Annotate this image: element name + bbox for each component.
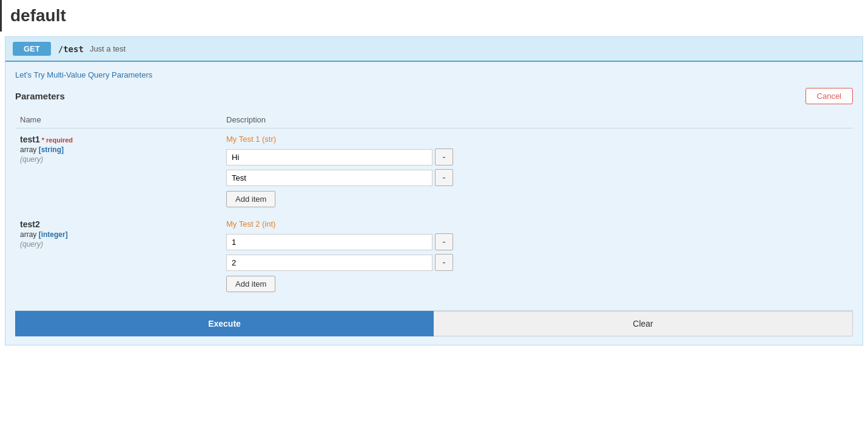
clear-button[interactable]: Clear xyxy=(434,311,853,336)
param-location: (query) xyxy=(20,155,217,164)
method-badge: GET xyxy=(13,42,51,56)
param-name: test1 * required xyxy=(20,135,217,144)
params-table: Name Description test1 * requiredarray [… xyxy=(15,112,853,298)
add-item-button[interactable]: Add item xyxy=(226,191,275,207)
name-col-header: Name xyxy=(15,112,221,128)
param-desc-title: My Test 2 (int) xyxy=(226,219,848,229)
footer-actions: Execute Clear xyxy=(15,310,853,336)
param-name: test2 xyxy=(20,219,217,229)
table-row: test2array [integer](query)My Test 2 (in… xyxy=(15,213,853,298)
add-item-button[interactable]: Add item xyxy=(226,276,275,292)
api-body: Let's Try Multi-Value Query Parameters P… xyxy=(5,62,863,345)
try-label: Let's Try Multi-Value Query Parameters xyxy=(15,70,853,79)
description-col-header: Description xyxy=(221,112,853,128)
param-required-label: * required xyxy=(40,136,73,144)
param-description-cell: My Test 1 (str)--Add item xyxy=(221,128,853,214)
remove-item-button[interactable]: - xyxy=(435,254,453,271)
remove-item-button[interactable]: - xyxy=(435,148,453,165)
input-row: - xyxy=(226,148,848,165)
params-title: Parameters xyxy=(15,91,65,101)
param-input[interactable] xyxy=(226,234,432,250)
params-header: Parameters Cancel xyxy=(15,88,853,104)
api-description: Just a test xyxy=(90,44,126,53)
execute-button[interactable]: Execute xyxy=(15,311,434,336)
table-row: test1 * requiredarray [string](query)My … xyxy=(15,128,853,214)
param-input[interactable] xyxy=(226,170,432,186)
param-type: array [string] xyxy=(20,145,217,154)
param-desc-title: My Test 1 (str) xyxy=(226,135,848,144)
page-title: default xyxy=(0,0,868,32)
param-input[interactable] xyxy=(226,255,432,271)
input-row: - xyxy=(226,233,848,250)
cancel-button[interactable]: Cancel xyxy=(806,88,853,104)
remove-item-button[interactable]: - xyxy=(435,233,453,250)
api-header: GET /test Just a test xyxy=(5,37,863,62)
remove-item-button[interactable]: - xyxy=(435,169,453,186)
param-type: array [integer] xyxy=(20,230,217,239)
input-row: - xyxy=(226,254,848,271)
api-panel: GET /test Just a test Let's Try Multi-Va… xyxy=(5,36,863,345)
param-name-cell: test2array [integer](query) xyxy=(15,213,221,298)
input-row: - xyxy=(226,169,848,186)
param-name-cell: test1 * requiredarray [string](query) xyxy=(15,128,221,214)
param-location: (query) xyxy=(20,240,217,249)
param-description-cell: My Test 2 (int)--Add item xyxy=(221,213,853,298)
api-path: /test xyxy=(58,44,84,54)
param-input[interactable] xyxy=(226,149,432,165)
